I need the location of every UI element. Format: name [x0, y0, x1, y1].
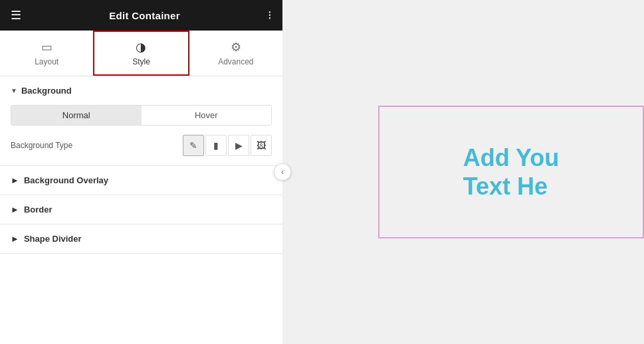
slideshow-icon: 🖼	[257, 140, 266, 151]
background-arrow-icon: ▼	[11, 87, 17, 94]
panel-title: Edit Container	[109, 10, 180, 21]
background-type-label: Background Type	[11, 141, 72, 150]
normal-hover-toggle: Normal Hover	[11, 105, 272, 126]
bg-type-slideshow-btn[interactable]: 🖼	[251, 135, 272, 156]
canvas-area: Add You Text He	[282, 0, 644, 344]
overlay-label: Background Overlay	[24, 175, 108, 185]
hamburger-icon[interactable]: ☰	[11, 8, 21, 23]
bg-type-none-btn[interactable]: ✎	[183, 135, 204, 156]
overlay-arrow-icon: ►	[11, 175, 19, 185]
pencil-icon: ✎	[189, 140, 197, 151]
background-section-title[interactable]: ▼ Background	[11, 86, 272, 96]
tab-style-label: Style	[132, 57, 150, 66]
border-label: Border	[24, 205, 53, 215]
background-type-icons: ✎ ▮ ▶ 🖼	[183, 135, 272, 156]
style-icon: ◑	[136, 40, 146, 54]
video-icon: ▶	[235, 140, 243, 151]
layout-icon: ▭	[41, 40, 53, 54]
border-arrow-icon: ►	[11, 205, 19, 215]
canvas-text-line2: Text He	[463, 172, 560, 201]
tabs-bar: ▭ Layout ◑ Style ⚙ Advanced	[0, 31, 282, 76]
normal-tab[interactable]: Normal	[11, 106, 142, 125]
border-section[interactable]: ► Border	[0, 195, 282, 224]
hover-tab[interactable]: Hover	[142, 106, 272, 125]
tab-layout-label: Layout	[35, 57, 58, 66]
bg-type-video-btn[interactable]: ▶	[228, 135, 249, 156]
canvas-placeholder-text: Add You Text He	[463, 143, 560, 201]
background-overlay-section[interactable]: ► Background Overlay	[0, 166, 282, 195]
grid-icon[interactable]: ⁝	[268, 8, 272, 23]
panel-content: ▼ Background Normal Hover Background Typ…	[0, 76, 282, 344]
collapse-handle[interactable]: ‹	[274, 163, 291, 181]
bg-type-classic-btn[interactable]: ▮	[205, 135, 227, 156]
tab-advanced-label: Advanced	[218, 57, 253, 66]
advanced-icon: ⚙	[231, 40, 241, 54]
tab-layout[interactable]: ▭ Layout	[0, 31, 93, 76]
canvas-container-box: Add You Text He	[378, 106, 644, 238]
background-label: Background	[21, 86, 72, 96]
canvas-text-line1: Add You	[463, 143, 560, 172]
classic-icon: ▮	[213, 140, 219, 151]
background-type-row: Background Type ✎ ▮ ▶ 🖼	[11, 135, 272, 156]
background-section: ▼ Background Normal Hover Background Typ…	[0, 76, 282, 166]
tab-style[interactable]: ◑ Style	[93, 31, 189, 76]
panel-header: ☰ Edit Container ⁝	[0, 0, 282, 31]
shape-divider-arrow-icon: ►	[11, 234, 19, 244]
shape-divider-section[interactable]: ► Shape Divider	[0, 224, 282, 254]
shape-divider-label: Shape Divider	[24, 234, 82, 244]
tab-advanced[interactable]: ⚙ Advanced	[189, 31, 282, 76]
edit-panel: ☰ Edit Container ⁝ ▭ Layout ◑ Style ⚙ Ad…	[0, 0, 282, 344]
